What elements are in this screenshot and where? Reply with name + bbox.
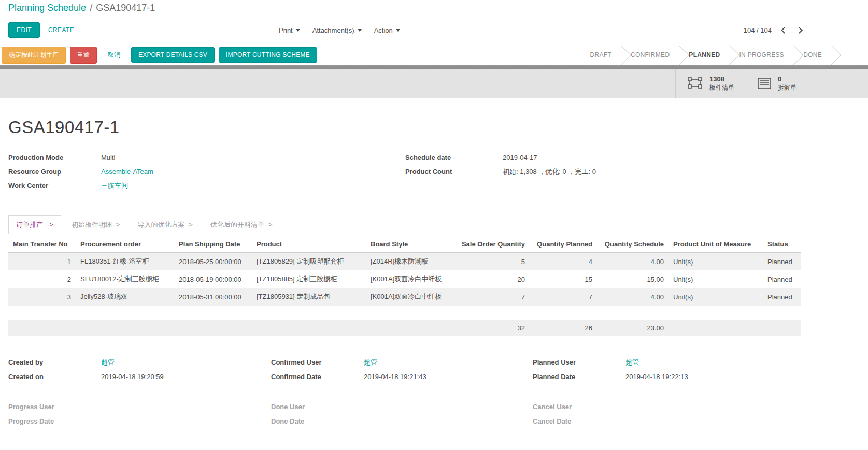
field-created-by: Created by 超管 [8,355,271,370]
stat-text: 1308 板件清单 [709,75,734,92]
breadcrumb-separator: / [90,3,92,13]
board-list-stat-button[interactable]: 1308 板件清单 [676,69,746,98]
cell-main-transfer-no: 2 [8,270,76,288]
field-label: Planned User [533,355,625,370]
field-resource-group: Resource Group Assemble-ATeam [8,165,405,179]
teardown-stat-button[interactable]: 0 拆解单 [746,69,808,98]
column-header-sale-order-quantity[interactable]: Sale Order Quantity [453,236,530,253]
field-planned-date: Planned Date 2019-04-18 19:22:13 [533,370,860,384]
pager-next-icon[interactable] [796,27,803,34]
field-planned-user: Planned User 超管 [533,355,860,370]
cell-sale-order-quantity: 7 [453,288,530,306]
cell-procurement-order: Jelly528-玻璃双 [76,288,174,306]
cell-quantity-schedule: 15.00 [597,270,668,288]
cell-product-uom: Unit(s) [668,253,763,271]
tab-imported-optimization[interactable]: 导入的优化方案 -> [130,216,200,234]
create-button[interactable]: CREATE [48,26,74,34]
button-box-band: 1308 板件清单 0 拆解单 [0,69,868,98]
field-groups: Production Mode Multi Resource Group Ass… [8,151,860,193]
created-by-link[interactable]: 超管 [101,355,115,370]
tab-initial-board-detail[interactable]: 初始板件明细 -> [64,216,127,234]
status-bar: 确定按此计划生产 重置 取消 EXPORT DETAILS CSV IMPORT… [0,45,868,65]
import-cutting-scheme-button[interactable]: IMPORT CUTTING SCHEME [219,47,317,63]
breadcrumb: Planning Schedule/GSA190417-1 [0,0,868,16]
cell-procurement-order: FL180351-红橡-浴室柜 [76,253,174,271]
status-bar-buttons: 确定按此计划生产 重置 取消 EXPORT DETAILS CSV IMPORT… [2,47,317,64]
totals-empty-cell [8,320,76,336]
field-progress-date: Progress Date [8,414,271,429]
pager: 104 / 104 [744,26,860,34]
totals-empty-cell [366,320,453,336]
statusbar-steps: DRAFT CONFIRMED PLANNED IN PROGRESS DONE [580,45,832,65]
cell-board-style: [K001A]双面冷白中纤板 [366,270,453,288]
control-bar-dropdowns: Print Attachment(s) Action [279,16,400,45]
field-product-count: Product Count 初始: 1,308 ，优化: 0 ，完工: 0 [405,165,860,179]
action-dropdown-label: Action [374,26,393,34]
attachments-dropdown-label: Attachment(s) [312,26,354,34]
print-dropdown[interactable]: Print [279,26,300,34]
table-row[interactable]: 2 SFU180012-定制三胺橱柜 2018-05-19 00:00:00 [… [8,270,801,288]
field-label: Confirmed User [271,355,364,370]
work-center-link[interactable]: 三胺车间 [101,179,128,193]
teardown-count: 0 [778,75,796,83]
edit-button[interactable]: EDIT [8,22,40,38]
totals-empty-cell [252,320,366,336]
cell-product: [TZ1805931] 定制成品包 [252,288,366,306]
notebook-tabs: 订单排产 --> 初始板件明细 -> 导入的优化方案 -> 优化后的开料清单 -… [8,215,860,234]
board-sketch-icon [687,77,703,90]
column-header-product[interactable]: Product [252,236,366,253]
muted-block: Progress User Progress Date [8,400,271,429]
field-label: Work Center [8,179,101,193]
audit-fields: Created by 超管 Created on 2019-04-18 19:2… [8,355,860,429]
chevron-down-icon [296,29,300,32]
column-header-quantity-planned[interactable]: Quantity Planned [530,236,597,253]
cancel-button[interactable]: 取消 [101,47,127,63]
field-cancel-user: Cancel User [533,400,860,414]
pager-count[interactable]: 104 / 104 [744,26,772,34]
column-header-plan-shipping-date[interactable]: Plan Shipping Date [174,236,252,253]
table-row[interactable]: 3 Jelly528-玻璃双 2018-05-31 00:00:00 [TZ18… [8,288,801,306]
export-details-csv-button[interactable]: EXPORT DETAILS CSV [131,47,215,63]
list-icon [758,78,771,89]
field-label: Done Date [271,414,364,429]
table-row[interactable]: 1 FL180351-红橡-浴室柜 2018-05-25 00:00:00 [T… [8,253,801,271]
tab-order-scheduling[interactable]: 订单排产 --> [8,215,61,234]
field-label: Resource Group [8,165,101,179]
cell-board-style: [Z014R]橡木防潮板 [366,253,453,271]
tab-optimized-cutting-list[interactable]: 优化后的开料清单 -> [203,216,280,234]
field-label: Production Mode [8,151,101,165]
confirmed-user-link[interactable]: 超管 [364,355,377,370]
action-dropdown[interactable]: Action [374,26,400,34]
column-header-status[interactable]: Status [763,236,801,253]
total-quantity-schedule: 23.00 [597,320,668,336]
cell-sale-order-quantity: 20 [453,270,530,288]
column-header-main-transfer-no[interactable]: Main Transfer No [8,236,76,253]
resource-group-link[interactable]: Assemble-ATeam [101,165,153,179]
form-sheet: GSA190417-1 Production Mode Multi Resour… [0,118,868,429]
board-list-label: 板件清单 [709,83,734,92]
column-header-procurement-order[interactable]: Procurement order [76,236,174,253]
column-header-quantity-schedule[interactable]: Quantity Schedule [597,236,668,253]
cell-quantity-planned: 15 [530,270,597,288]
pager-previous-icon[interactable] [781,27,788,34]
breadcrumb-parent-link[interactable]: Planning Schedule [8,3,86,13]
planned-user-link[interactable]: 超管 [625,355,639,370]
cell-product: [TZ1805829] 定制吸塑配套柜 [252,253,366,271]
column-header-product-uom[interactable]: Product Unit of Measure [668,236,763,253]
field-label: Cancel User [533,400,625,414]
cell-procurement-order: SFU180012-定制三胺橱柜 [76,270,174,288]
production-mode-value: Multi [101,151,115,165]
confirm-production-button[interactable]: 确定按此计划生产 [2,47,66,64]
total-sale-order-quantity: 32 [453,320,530,336]
attachments-dropdown[interactable]: Attachment(s) [312,26,362,34]
field-done-date: Done Date [271,414,533,429]
field-label: Planned Date [533,370,625,384]
audit-column-planned: Planned User 超管 Planned Date 2019-04-18 … [533,355,860,429]
totals-empty-cell [668,320,763,336]
total-quantity-planned: 26 [530,320,597,336]
column-header-board-style[interactable]: Board Style [366,236,453,253]
field-schedule-date: Schedule date 2019-04-17 [405,151,860,165]
audit-column-created: Created by 超管 Created on 2019-04-18 19:2… [8,355,271,429]
reset-button[interactable]: 重置 [70,47,97,64]
print-dropdown-label: Print [279,26,293,34]
